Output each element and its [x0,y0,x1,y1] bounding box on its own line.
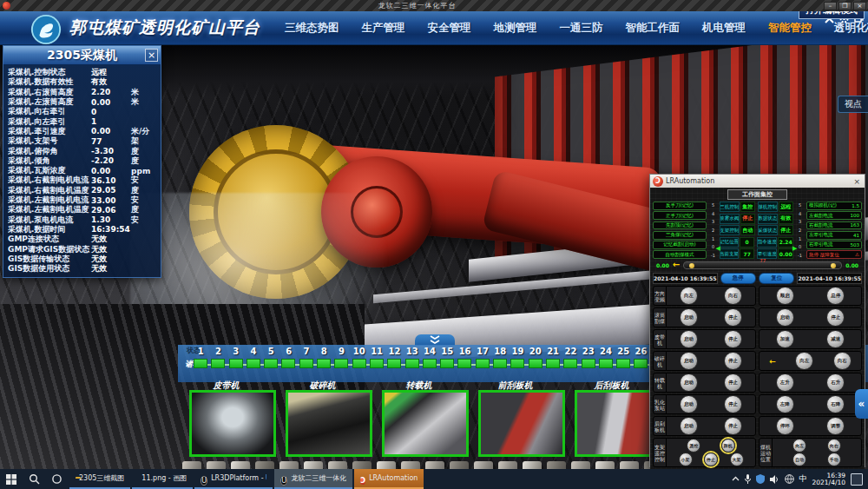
control-button[interactable]: 启动 [680,373,698,392]
taskbar-item[interactable]: 2305三维截图 [69,469,130,489]
control-button[interactable]: 启动 [680,308,698,327]
collapse-left-tab[interactable]: « [855,389,868,419]
memory-cut-button[interactable]: 反手刀(记忆) [653,202,707,210]
start-button[interactable] [0,469,23,489]
control-button[interactable]: 大架 [730,453,744,466]
channel-square[interactable] [405,359,419,368]
control-button[interactable]: 右升 [826,373,845,392]
channel-square[interactable] [476,359,490,368]
control-button[interactable]: 停环 [776,417,794,435]
nav-item[interactable]: 智能工作面 [626,21,681,36]
tray-chevron-up-icon[interactable] [732,476,740,482]
close-icon[interactable]: × [852,177,862,186]
notification-icon[interactable] [851,473,863,486]
nav-item[interactable]: 生产管理 [362,21,405,36]
close-button[interactable]: × [853,2,866,10]
control-button[interactable]: 左升 [776,373,794,392]
channel-square[interactable] [247,359,260,368]
defender-shield-icon[interactable] [756,474,765,484]
channel-square[interactable] [546,359,560,368]
control-button[interactable]: 向左 [680,287,698,305]
camera-thumbnail[interactable] [478,390,565,457]
estop-button[interactable]: 急停 [720,273,756,284]
control-button[interactable]: 跟机 [721,439,735,453]
camera-thumbnail[interactable] [575,390,661,457]
telemetry-button[interactable]: 模拟跟机(记) 1.5 [806,202,862,210]
nav-item[interactable]: 三维态势图 [285,21,339,36]
speaker-icon[interactable] [770,475,779,484]
nav-item[interactable]: 一通三防 [560,21,603,36]
control-button[interactable]: 停止 [724,352,742,370]
channel-square[interactable] [211,359,225,368]
control-button[interactable]: 向右 [833,352,852,370]
memory-cut-button[interactable]: 三角煤(记忆) [653,231,707,240]
telemetry-button[interactable]: 右牵引电流 503 [806,241,862,249]
control-button[interactable]: 停止 [704,453,718,466]
control-button[interactable]: 启动 [680,330,698,348]
control-button[interactable]: 小架 [679,453,693,466]
control-button[interactable]: 停止 [724,330,742,348]
taskbar-item[interactable]: 11.png - 画图 [132,469,193,489]
control-button[interactable]: 手动 [827,453,841,466]
control-button[interactable]: 停止 [826,308,845,327]
control-button[interactable]: 停止 [724,373,742,392]
search-icon[interactable] [23,469,45,489]
control-button[interactable]: 右降 [826,395,845,413]
maximize-button[interactable]: ❐ [838,2,852,10]
cortana-icon[interactable] [45,469,68,489]
viewpoint-tab[interactable]: 视点 [838,96,868,113]
taskbar-item[interactable]: Ɔ LRAutomation [354,469,424,489]
telemetry-button[interactable]: 急停 故障复位 ⚠ [806,250,862,259]
nav-item[interactable]: 智能管控 [768,21,812,36]
control-button[interactable]: 自动 [792,453,806,466]
channel-square[interactable] [370,359,384,368]
control-button[interactable]: 总停 [826,287,845,305]
control-button[interactable]: 向右 [827,439,841,453]
camera-thumbnail[interactable] [189,390,276,457]
telemetry-button[interactable]: 左牵引电流 41 [806,231,862,240]
nav-item[interactable]: 安全管理 [428,21,471,36]
control-button[interactable]: 启动 [680,352,698,370]
telemetry-button[interactable]: 右截割电流 163 [806,221,862,230]
tray-clock[interactable]: 16:39 2021/4/10 [812,472,845,486]
channel-square[interactable] [529,359,542,368]
channel-square[interactable] [194,359,207,368]
control-button[interactable]: 停止 [724,417,742,435]
control-button[interactable]: 左降 [776,395,794,413]
channel-square[interactable] [264,359,278,368]
channel-square[interactable] [457,359,471,368]
channel-square[interactable] [299,359,313,368]
channel-square[interactable] [563,359,577,368]
camera-thumbnail[interactable] [286,390,372,457]
channel-square[interactable] [352,359,366,368]
nav-item[interactable]: 地测管理 [494,21,537,36]
channel-square[interactable] [599,359,613,368]
channel-square[interactable] [229,359,243,368]
ime-indicator[interactable]: 中 [799,473,807,485]
minimize-button[interactable]: – [824,2,837,10]
control-button[interactable]: 启动 [776,308,794,327]
control-button[interactable]: 加速 [776,330,794,348]
memory-cut-button[interactable]: 先割顶(记忆) [653,221,707,230]
channel-square[interactable] [423,359,437,368]
control-button[interactable]: 向左 [792,439,806,453]
control-button[interactable]: 停止 [724,308,742,327]
taskbar-item[interactable]: U 龙软二三维一体化... [274,469,352,489]
channel-square[interactable] [281,359,295,368]
memory-cut-button[interactable]: 记忆截割(启动) [653,241,707,249]
control-button[interactable]: 调整 [826,417,845,435]
control-button[interactable]: 停止 [724,395,742,413]
channel-square[interactable] [582,359,595,368]
usb-icon[interactable] [745,474,751,484]
taskbar-item[interactable]: U LR3DPlatform - U... [194,469,273,489]
memory-cut-button[interactable]: 自动割煤模式 [653,250,707,259]
control-button[interactable]: 顺启 [776,287,794,305]
control-button[interactable]: 向左 [795,352,813,370]
channel-square[interactable] [334,359,348,368]
control-button[interactable]: 启动 [680,395,698,413]
memory-cut-button[interactable]: 正手刀(记忆) [653,211,707,220]
channel-square[interactable] [493,359,507,368]
channel-square[interactable] [616,359,630,368]
channel-square[interactable] [317,359,331,368]
camera-thumbnail[interactable] [382,390,469,457]
